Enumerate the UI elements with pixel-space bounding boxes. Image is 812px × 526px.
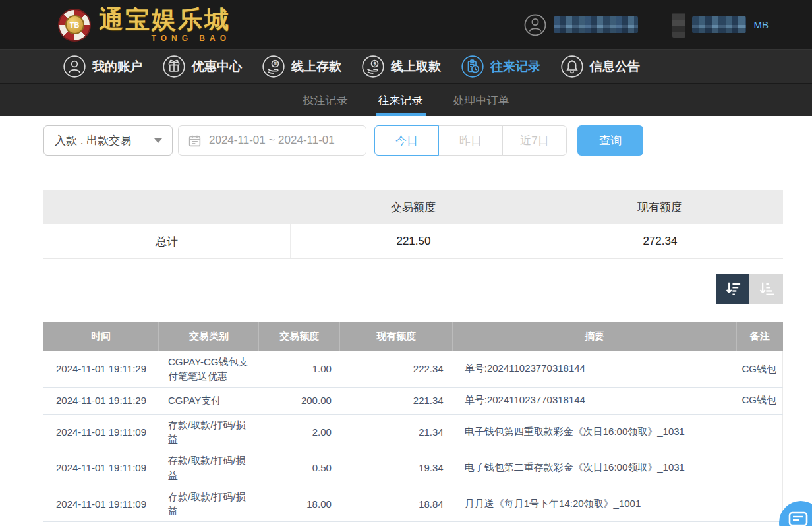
cell-summary: 月月送《每月1号下午14:20领取》_1001 [453,486,737,522]
nav-label: 线上存款 [291,58,341,75]
account-summary[interactable] [523,13,638,37]
nav-label: 我的账户 [92,58,142,75]
brand-name-en: TONG BAO [99,34,231,43]
cell-remark [736,486,782,522]
balance-amount-redacted [692,16,746,33]
top-header: TB 通宝娱乐城 TONG BAO MB [0,0,812,49]
nav-online-deposit[interactable]: ¥ 线上存款 [262,55,341,78]
withdraw-icon: $ [361,55,385,78]
cell-time: 2024-11-01 19:11:09 [44,414,159,450]
col-summary: 摘要 [453,322,737,351]
customer-service-button[interactable] [779,501,812,526]
user-bar: MB [523,13,769,38]
tab-betting-records[interactable]: 投注记录 [301,84,351,116]
user-icon [63,55,86,78]
cell-summary: 电子钱包第二重存款彩金《次日16:00领取》_1031 [453,450,737,486]
chevron-down-icon [154,138,162,143]
sort-descending-button[interactable] [716,274,749,304]
main-content: 入款 . 出款交易 2024-11-01 ~ 2024-11-01 今日 昨日 … [44,125,783,522]
currency-label: MB [754,19,769,30]
records-table: 时间 交易类别 交易额度 现有额度 摘要 备注 2024-11-01 19:11… [44,322,783,522]
records-icon [461,55,484,78]
main-navigation: 我的账户 优惠中心 ¥ 线上存款 $ 线上取款 [0,49,812,83]
nav-label: 线上取款 [391,58,441,75]
cell-summary: 电子钱包第四重取款彩金《次日16:00领取》_1031 [453,414,737,450]
nav-promotions[interactable]: 优惠中心 [162,55,242,78]
cell-balance: 21.34 [340,414,453,450]
cell-time: 2024-11-01 19:11:29 [44,387,159,414]
date-range-input[interactable]: 2024-11-01 ~ 2024-11-01 [178,125,366,156]
cell-time: 2024-11-01 19:11:29 [44,351,159,387]
query-button[interactable]: 查询 [577,125,643,156]
balance-icon-redacted [672,13,685,38]
summary-header-transaction: 交易额度 [290,200,536,215]
table-row: 2024-11-01 19:11:09 存款/取款/打码/损益 2.00 21.… [44,414,783,450]
nav-label: 优惠中心 [192,58,242,75]
cell-type: 存款/取款/打码/损益 [159,414,259,450]
select-value: 入款 . 出款交易 [55,133,131,148]
cell-time: 2024-11-01 19:11:09 [44,486,159,522]
nav-label: 信息公告 [590,58,640,75]
deposit-icon: ¥ [262,55,285,78]
cell-time: 2024-11-01 19:11:09 [44,450,159,486]
sort-ascending-button[interactable] [749,274,783,304]
tab-processing-orders[interactable]: 处理中订单 [451,84,512,116]
cell-type: CGPAY支付 [159,387,259,414]
nav-transaction-records[interactable]: 往来记录 [461,55,540,78]
poker-chip-icon: TB [58,9,91,42]
brand-text: 通宝娱乐城 TONG BAO [99,7,231,43]
table-row: 2024-11-01 19:11:29 CGPAY支付 200.00 221.3… [44,387,783,414]
cell-balance: 19.34 [340,450,453,486]
gift-icon [162,55,186,78]
cell-balance: 222.34 [340,351,453,387]
cell-summary: 单号:202411023770318144 [453,351,737,387]
cell-remark [736,450,782,486]
table-row: 2024-11-01 19:11:29 CGPAY-CG钱包支付笔笔送优惠 1.… [44,351,783,387]
cell-amount: 0.50 [259,450,340,486]
summary-table: 交易额度 现有额度 总计 221.50 272.34 [44,190,783,259]
sort-descending-icon [724,279,742,298]
nav-online-withdraw[interactable]: $ 线上取款 [361,55,441,78]
table-header-row: 时间 交易类别 交易额度 现有额度 摘要 备注 [44,322,783,351]
cell-remark: CG钱包 [736,351,782,387]
service-chat-icon [779,501,812,526]
col-transaction-amount: 交易额度 [259,322,340,351]
profile-icon [523,13,547,37]
nav-my-account[interactable]: 我的账户 [63,55,142,78]
cell-remark [736,414,782,450]
cell-type: 存款/取款/打码/损益 [159,486,259,522]
brand-name-cn: 通宝娱乐城 [99,7,231,32]
nav-label: 往来记录 [490,58,540,75]
col-current-balance: 现有额度 [340,322,453,351]
transaction-type-select[interactable]: 入款 . 出款交易 [44,125,173,156]
tab-transaction-records[interactable]: 往来记录 [376,84,426,116]
yesterday-button[interactable]: 昨日 [438,125,503,156]
section-divider [44,173,783,173]
col-time: 时间 [44,322,159,351]
quick-date-group: 今日 昨日 近7日 [374,125,567,156]
cell-balance: 18.84 [340,486,453,522]
summary-total-row: 总计 221.50 272.34 [44,224,783,259]
svg-text:¥: ¥ [274,61,277,67]
nav-announcements[interactable]: 信息公告 [560,55,640,78]
cell-remark: CG钱包 [736,387,782,414]
table-row: 2024-11-01 19:11:09 存款/取款/打码/损益 0.50 19.… [44,450,783,486]
tab-label: 处理中订单 [453,93,509,108]
brand-logo[interactable]: TB 通宝娱乐城 TONG BAO [58,7,231,43]
last7days-button[interactable]: 近7日 [502,125,567,156]
tab-label: 投注记录 [303,93,348,108]
calendar-icon [188,134,202,148]
summary-transaction-total: 221.50 [290,224,536,258]
today-button[interactable]: 今日 [374,125,439,156]
cell-amount: 200.00 [259,387,340,414]
cell-amount: 2.00 [259,414,340,450]
summary-header-row: 交易额度 现有额度 [44,190,783,224]
summary-total-label: 总计 [44,234,290,249]
balance-summary[interactable]: MB [672,13,769,38]
cell-balance: 221.34 [340,387,453,414]
record-tabs: 投注记录 往来记录 处理中订单 [0,83,812,116]
cell-amount: 1.00 [259,351,340,387]
summary-header-balance: 现有额度 [536,200,783,215]
cell-summary: 单号:202411023770318144 [453,387,737,414]
tab-label: 往来记录 [378,93,423,108]
